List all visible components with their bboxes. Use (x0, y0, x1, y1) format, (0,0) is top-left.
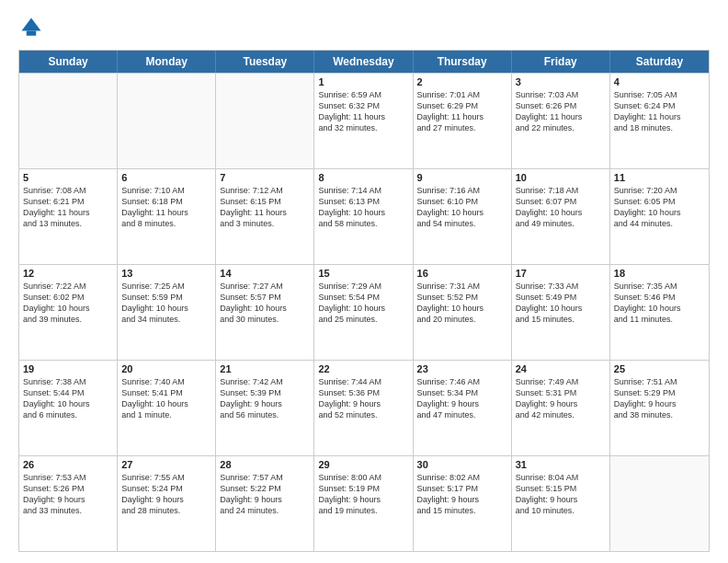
day-info: Sunrise: 7:03 AM Sunset: 6:26 PM Dayligh… (516, 89, 606, 134)
day-number: 23 (417, 363, 507, 374)
day-number: 15 (318, 268, 408, 279)
day-info: Sunrise: 8:04 AM Sunset: 5:15 PM Dayligh… (516, 472, 606, 517)
day-cell-22: 22Sunrise: 7:44 AM Sunset: 5:36 PM Dayli… (314, 361, 413, 455)
day-number: 22 (318, 363, 408, 374)
week-row-5: 26Sunrise: 7:53 AM Sunset: 5:26 PM Dayli… (19, 455, 709, 551)
day-number: 3 (516, 76, 606, 87)
day-number: 9 (417, 172, 507, 183)
week-row-4: 19Sunrise: 7:38 AM Sunset: 5:44 PM Dayli… (19, 360, 709, 455)
day-info: Sunrise: 6:59 AM Sunset: 6:32 PM Dayligh… (318, 89, 408, 134)
day-number: 30 (417, 459, 507, 470)
day-number: 31 (516, 459, 606, 470)
day-number: 1 (318, 76, 408, 87)
day-number: 20 (121, 363, 211, 374)
day-header-thursday: Thursday (414, 51, 512, 73)
day-number: 27 (121, 459, 211, 470)
day-info: Sunrise: 8:02 AM Sunset: 5:17 PM Dayligh… (417, 472, 507, 517)
day-cell-12: 12Sunrise: 7:22 AM Sunset: 6:02 PM Dayli… (19, 265, 118, 360)
day-number: 11 (614, 172, 705, 183)
calendar-body: 1Sunrise: 6:59 AM Sunset: 6:32 PM Daylig… (19, 73, 709, 551)
day-number: 6 (121, 172, 211, 183)
day-number: 24 (516, 363, 606, 374)
day-info: Sunrise: 7:25 AM Sunset: 5:59 PM Dayligh… (121, 281, 211, 326)
day-number: 29 (318, 459, 408, 470)
day-cell-24: 24Sunrise: 7:49 AM Sunset: 5:31 PM Dayli… (512, 361, 610, 455)
day-info: Sunrise: 7:29 AM Sunset: 5:54 PM Dayligh… (318, 281, 408, 326)
day-cell-4: 4Sunrise: 7:05 AM Sunset: 6:24 PM Daylig… (610, 74, 709, 168)
day-cell-7: 7Sunrise: 7:12 AM Sunset: 6:15 PM Daylig… (216, 169, 314, 264)
day-info: Sunrise: 7:08 AM Sunset: 6:21 PM Dayligh… (23, 185, 113, 230)
day-cell-18: 18Sunrise: 7:35 AM Sunset: 5:46 PM Dayli… (610, 265, 709, 360)
day-info: Sunrise: 7:01 AM Sunset: 6:29 PM Dayligh… (417, 89, 507, 134)
calendar-header: SundayMondayTuesdayWednesdayThursdayFrid… (19, 51, 709, 73)
day-cell-8: 8Sunrise: 7:14 AM Sunset: 6:13 PM Daylig… (314, 169, 413, 264)
day-number: 19 (23, 363, 113, 374)
day-number: 12 (23, 268, 113, 279)
day-info: Sunrise: 7:44 AM Sunset: 5:36 PM Dayligh… (318, 376, 408, 421)
day-number: 16 (417, 268, 507, 279)
logo (18, 15, 48, 40)
empty-cell (610, 456, 709, 551)
day-cell-3: 3Sunrise: 7:03 AM Sunset: 6:26 PM Daylig… (512, 74, 610, 168)
day-header-tuesday: Tuesday (216, 51, 314, 73)
day-number: 2 (417, 76, 507, 87)
week-row-1: 1Sunrise: 6:59 AM Sunset: 6:32 PM Daylig… (19, 73, 709, 168)
day-cell-29: 29Sunrise: 8:00 AM Sunset: 5:19 PM Dayli… (314, 456, 413, 551)
day-info: Sunrise: 8:00 AM Sunset: 5:19 PM Dayligh… (318, 472, 408, 517)
empty-cell (19, 74, 118, 168)
day-info: Sunrise: 7:40 AM Sunset: 5:41 PM Dayligh… (121, 376, 211, 421)
day-info: Sunrise: 7:18 AM Sunset: 6:07 PM Dayligh… (516, 185, 606, 230)
page: SundayMondayTuesdayWednesdayThursdayFrid… (0, 0, 728, 563)
day-header-saturday: Saturday (610, 51, 709, 73)
day-number: 13 (121, 268, 211, 279)
day-cell-14: 14Sunrise: 7:27 AM Sunset: 5:57 PM Dayli… (216, 265, 314, 360)
day-info: Sunrise: 7:35 AM Sunset: 5:46 PM Dayligh… (614, 281, 705, 326)
day-cell-19: 19Sunrise: 7:38 AM Sunset: 5:44 PM Dayli… (19, 361, 118, 455)
day-cell-11: 11Sunrise: 7:20 AM Sunset: 6:05 PM Dayli… (610, 169, 709, 264)
day-info: Sunrise: 7:12 AM Sunset: 6:15 PM Dayligh… (220, 185, 310, 230)
logo-icon (18, 15, 44, 40)
day-info: Sunrise: 7:22 AM Sunset: 6:02 PM Dayligh… (23, 281, 113, 326)
day-cell-16: 16Sunrise: 7:31 AM Sunset: 5:52 PM Dayli… (414, 265, 512, 360)
day-number: 21 (220, 363, 310, 374)
day-info: Sunrise: 7:42 AM Sunset: 5:39 PM Dayligh… (220, 376, 310, 421)
day-header-wednesday: Wednesday (314, 51, 413, 73)
day-cell-13: 13Sunrise: 7:25 AM Sunset: 5:59 PM Dayli… (118, 265, 216, 360)
day-header-friday: Friday (512, 51, 610, 73)
svg-rect-1 (27, 31, 37, 36)
day-cell-27: 27Sunrise: 7:55 AM Sunset: 5:24 PM Dayli… (118, 456, 216, 551)
svg-marker-0 (22, 18, 41, 31)
day-cell-1: 1Sunrise: 6:59 AM Sunset: 6:32 PM Daylig… (314, 74, 413, 168)
calendar: SundayMondayTuesdayWednesdayThursdayFrid… (18, 50, 710, 552)
day-info: Sunrise: 7:53 AM Sunset: 5:26 PM Dayligh… (23, 472, 113, 517)
day-cell-9: 9Sunrise: 7:16 AM Sunset: 6:10 PM Daylig… (414, 169, 512, 264)
day-cell-20: 20Sunrise: 7:40 AM Sunset: 5:41 PM Dayli… (118, 361, 216, 455)
header (18, 15, 710, 40)
day-number: 26 (23, 459, 113, 470)
empty-cell (216, 74, 314, 168)
day-cell-25: 25Sunrise: 7:51 AM Sunset: 5:29 PM Dayli… (610, 361, 709, 455)
day-cell-28: 28Sunrise: 7:57 AM Sunset: 5:22 PM Dayli… (216, 456, 314, 551)
day-cell-26: 26Sunrise: 7:53 AM Sunset: 5:26 PM Dayli… (19, 456, 118, 551)
day-info: Sunrise: 7:57 AM Sunset: 5:22 PM Dayligh… (220, 472, 310, 517)
day-info: Sunrise: 7:31 AM Sunset: 5:52 PM Dayligh… (417, 281, 507, 326)
day-cell-23: 23Sunrise: 7:46 AM Sunset: 5:34 PM Dayli… (414, 361, 512, 455)
day-info: Sunrise: 7:20 AM Sunset: 6:05 PM Dayligh… (614, 185, 705, 230)
day-number: 8 (318, 172, 408, 183)
day-cell-21: 21Sunrise: 7:42 AM Sunset: 5:39 PM Dayli… (216, 361, 314, 455)
day-info: Sunrise: 7:38 AM Sunset: 5:44 PM Dayligh… (23, 376, 113, 421)
day-info: Sunrise: 7:10 AM Sunset: 6:18 PM Dayligh… (121, 185, 211, 230)
day-header-sunday: Sunday (19, 51, 118, 73)
day-number: 10 (516, 172, 606, 183)
day-info: Sunrise: 7:46 AM Sunset: 5:34 PM Dayligh… (417, 376, 507, 421)
day-cell-6: 6Sunrise: 7:10 AM Sunset: 6:18 PM Daylig… (118, 169, 216, 264)
week-row-2: 5Sunrise: 7:08 AM Sunset: 6:21 PM Daylig… (19, 168, 709, 264)
empty-cell (118, 74, 216, 168)
day-info: Sunrise: 7:33 AM Sunset: 5:49 PM Dayligh… (516, 281, 606, 326)
day-number: 4 (614, 76, 705, 87)
day-cell-17: 17Sunrise: 7:33 AM Sunset: 5:49 PM Dayli… (512, 265, 610, 360)
day-number: 17 (516, 268, 606, 279)
day-cell-5: 5Sunrise: 7:08 AM Sunset: 6:21 PM Daylig… (19, 169, 118, 264)
day-info: Sunrise: 7:16 AM Sunset: 6:10 PM Dayligh… (417, 185, 507, 230)
day-info: Sunrise: 7:05 AM Sunset: 6:24 PM Dayligh… (614, 89, 705, 134)
